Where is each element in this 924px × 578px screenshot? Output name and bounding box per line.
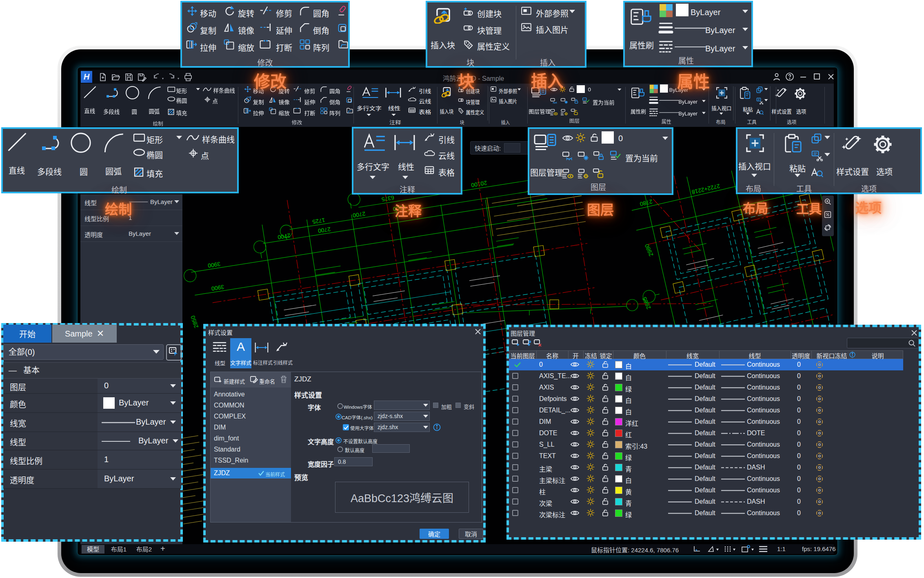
svg-text:2850: 2850 (189, 315, 200, 329)
svg-text:6375: 6375 (381, 194, 395, 203)
svg-text:2980: 2980 (643, 243, 654, 257)
svg-text:2865: 2865 (641, 296, 652, 310)
svg-text:2722+2218: 2722+2218 (691, 183, 720, 195)
